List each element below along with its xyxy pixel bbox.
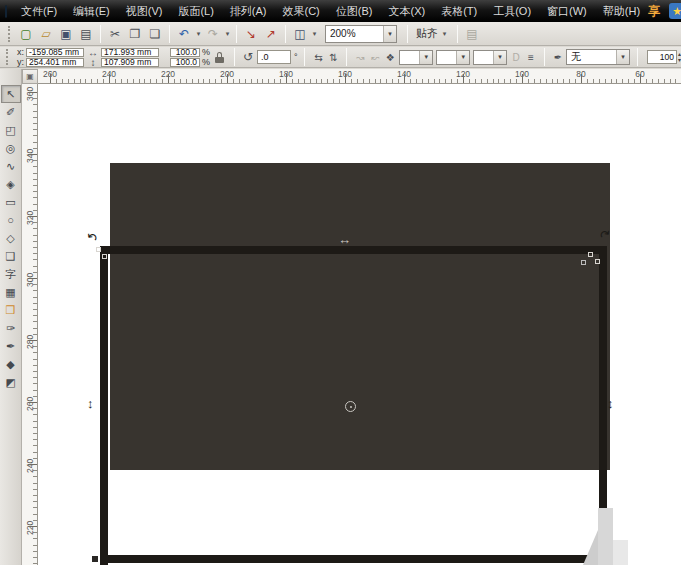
import-icon[interactable]: ↘	[241, 24, 261, 44]
chevron-down-icon[interactable]: ▾	[223, 30, 232, 38]
zoom-level-combo[interactable]: 200% ▾	[325, 25, 397, 43]
mirror-horizontal-icon[interactable]: ⇆	[312, 52, 324, 63]
corner-radius-combo-2[interactable]: ▾	[436, 50, 470, 65]
export-icon[interactable]: ↗	[261, 24, 281, 44]
redo-icon[interactable]: ↷	[203, 24, 223, 44]
chevron-down-icon[interactable]: ▾	[456, 51, 469, 64]
welcome-screen-icon[interactable]: ◫	[290, 24, 310, 44]
chevron-down-icon[interactable]: ▾	[419, 51, 432, 64]
opacity-spinner[interactable]: 100 ▴▾	[647, 50, 681, 64]
menu-file[interactable]: 文件(F)	[13, 1, 65, 22]
freehand-tool[interactable]: ∿	[1, 157, 21, 175]
toolbar-grip[interactable]	[8, 26, 11, 42]
blend-tool[interactable]: ❒	[1, 301, 21, 319]
smart-fill-tool[interactable]: ◈	[1, 175, 21, 193]
chevron-down-icon[interactable]: ▾	[440, 30, 449, 38]
percent-label: %	[202, 47, 210, 57]
zoom-tool[interactable]: ◎	[1, 139, 21, 157]
basic-shapes-tool[interactable]: ❑	[1, 247, 21, 265]
rotation-angle-field[interactable]: .0	[257, 50, 291, 64]
chamfer-icon[interactable]: ↝	[354, 52, 366, 63]
outline-width-combo[interactable]: 无 ▾	[566, 49, 630, 65]
dimension-icon[interactable]: D	[510, 52, 522, 63]
dark-rectangle-object[interactable]	[110, 163, 610, 470]
corner-node-icon[interactable]	[581, 260, 586, 265]
outline-pen-tool[interactable]: ✒	[1, 337, 21, 355]
menu-table[interactable]: 表格(T)	[433, 1, 485, 22]
app-icon	[5, 5, 7, 18]
opacity-value[interactable]: 100	[647, 50, 677, 64]
copy-icon[interactable]: ❐	[125, 24, 145, 44]
frame-rectangle-left-edge[interactable]	[100, 246, 108, 565]
horizontal-ruler[interactable]: 2602402202001801601401201008060	[38, 69, 681, 84]
object-width-field[interactable]: 171.993 mm	[101, 48, 159, 57]
corner-node-icon[interactable]	[102, 254, 107, 259]
options-icon[interactable]: ▤	[462, 24, 482, 44]
menu-edit[interactable]: 编辑(E)	[65, 1, 118, 22]
text-wrap-icon[interactable]: ≡	[525, 52, 537, 63]
corner-node-icon[interactable]	[588, 252, 593, 257]
hruler-tick-label: 200	[220, 69, 234, 79]
crop-tool[interactable]: ◰	[1, 121, 21, 139]
rectangle-tool[interactable]: ▭	[1, 193, 21, 211]
eyedropper-tool[interactable]: ✑	[1, 319, 21, 337]
chevron-down-icon[interactable]: ▾	[383, 26, 396, 42]
table-tool[interactable]: ▦	[1, 283, 21, 301]
open-icon[interactable]: ▱	[36, 24, 56, 44]
lock-ratio-icon[interactable]	[213, 49, 227, 65]
undo-icon[interactable]: ↶	[174, 24, 194, 44]
frame-rectangle-bottom-edge[interactable]	[100, 555, 607, 563]
frame-rectangle-top-edge[interactable]	[100, 246, 607, 254]
menu-text[interactable]: 文本(X)	[380, 1, 433, 22]
text-tool[interactable]: 字	[1, 265, 21, 283]
chevron-down-icon[interactable]: ▾	[310, 30, 319, 38]
drawing-canvas[interactable]: ↶ ↔ ↷ ↕ ↕	[38, 84, 681, 565]
skew-handle-right-middle[interactable]: ↕	[607, 396, 614, 411]
rotate-handle-top-left[interactable]: ↶	[82, 228, 100, 247]
menu-bitmaps[interactable]: 位图(B)	[328, 1, 381, 22]
pick-tool[interactable]: ↖	[1, 85, 21, 103]
print-icon[interactable]: ▤	[76, 24, 96, 44]
skew-handle-top-center[interactable]: ↔	[338, 232, 351, 247]
new-document-icon[interactable]: ▢	[16, 24, 36, 44]
handle-bottom-left[interactable]	[92, 556, 98, 562]
chevron-down-icon[interactable]: ▾	[493, 51, 506, 64]
corner-radius-combo-3[interactable]: ▾	[473, 50, 507, 65]
save-icon[interactable]: ▣	[56, 24, 76, 44]
share-qzone-icon[interactable]: ★	[669, 3, 681, 19]
ellipse-tool[interactable]: ○	[1, 211, 21, 229]
shape-tool[interactable]: ✐	[1, 103, 21, 121]
paste-icon[interactable]: ❏	[145, 24, 165, 44]
menu-tools[interactable]: 工具(O)	[485, 1, 539, 22]
polygon-tool[interactable]: ◇	[1, 229, 21, 247]
fill-tool[interactable]: ◆	[1, 355, 21, 373]
chevron-down-icon[interactable]: ▾	[194, 30, 203, 38]
menu-effects[interactable]: 效果(C)	[275, 1, 328, 22]
menu-bar: 文件(F)编辑(E)视图(V)版面(L)排列(A)效果(C)位图(B)文本(X)…	[0, 0, 681, 22]
cut-icon[interactable]: ✂	[105, 24, 125, 44]
convert-to-curves-icon[interactable]: ❖	[384, 52, 396, 63]
menu-layout[interactable]: 版面(L)	[170, 1, 221, 22]
ruler-origin-button[interactable]: ▣	[22, 69, 38, 84]
interactive-fill-tool[interactable]: ◩	[1, 373, 21, 391]
menu-view[interactable]: 视图(V)	[118, 1, 171, 22]
corner-radius-combo-1[interactable]: ▾	[399, 50, 433, 65]
scale-x-field[interactable]: 100.0	[170, 48, 200, 57]
skew-handle-left-middle[interactable]: ↕	[87, 396, 94, 411]
chevron-down-icon[interactable]: ▾	[616, 50, 629, 64]
snap-to-button[interactable]: 贴齐 ▾	[412, 24, 453, 43]
corner-node-icon[interactable]	[96, 247, 101, 252]
rotation-center-marker[interactable]	[345, 401, 356, 412]
propbar-grip[interactable]	[6, 49, 9, 65]
menu-window[interactable]: 窗口(W)	[539, 1, 595, 22]
y-position-field[interactable]: 254.401 mm	[26, 58, 84, 67]
object-height-field[interactable]: 107.909 mm	[101, 58, 159, 67]
vertical-ruler[interactable]: 360340320300280260240220	[22, 84, 38, 565]
menu-arrange[interactable]: 排列(A)	[222, 1, 275, 22]
menu-help[interactable]: 帮助(H)	[595, 1, 648, 22]
scale-y-field[interactable]: 100.0	[170, 58, 200, 67]
mirror-vertical-icon[interactable]: ⇅	[327, 52, 339, 63]
x-position-field[interactable]: -159.085 mm	[26, 48, 84, 57]
corner-node-icon[interactable]	[595, 259, 600, 264]
fillet-icon[interactable]: ↜	[369, 52, 381, 63]
